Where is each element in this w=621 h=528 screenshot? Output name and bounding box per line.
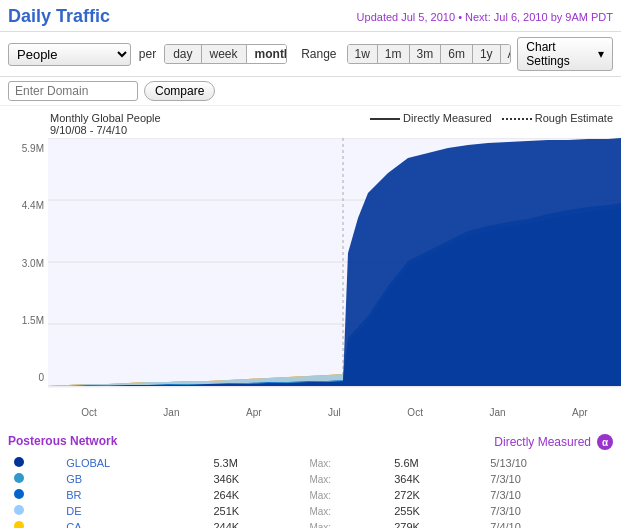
range-label: Range <box>301 47 336 61</box>
chart-legend: Directly Measured Rough Estimate <box>370 112 613 124</box>
chart-wrapper: 5.9M 4.4M 3.0M 1.5M 0 <box>0 138 621 428</box>
table-row: GB 346K Max: 364K 7/3/10 <box>10 472 611 486</box>
legend-table: Posterous Network Directly Measured α GL… <box>0 428 621 528</box>
chart-title: Monthly Global People 9/10/08 - 7/4/10 <box>50 112 161 136</box>
page-header: Daily Traffic Updated Jul 5, 2010 • Next… <box>0 0 621 32</box>
period-week-button[interactable]: week <box>202 45 247 63</box>
row-max-val: 255K <box>390 504 484 518</box>
legend-header: Posterous Network Directly Measured α <box>8 434 613 450</box>
y-label-4: 4.4M <box>22 200 44 211</box>
row-max-label: Max: <box>305 504 388 518</box>
y-label-1: 0 <box>38 372 44 383</box>
row-max-val: 364K <box>390 472 484 486</box>
row-date: 7/3/10 <box>486 488 611 502</box>
row-max-label: Max: <box>305 520 388 528</box>
y-label-3: 3.0M <box>22 258 44 269</box>
row-dot <box>10 456 60 470</box>
row-value: 244K <box>209 520 303 528</box>
range-3m-button[interactable]: 3m <box>410 45 442 63</box>
legend-solid-line: Directly Measured <box>370 112 492 124</box>
x-label-oct09: Oct <box>407 407 423 418</box>
table-row: BR 264K Max: 272K 7/3/10 <box>10 488 611 502</box>
chart-title-line2: 9/10/08 - 7/4/10 <box>50 124 161 136</box>
row-max-val: 279K <box>390 520 484 528</box>
row-max-val: 272K <box>390 488 484 502</box>
x-axis: Oct Jan Apr Jul Oct Jan Apr <box>48 407 621 418</box>
y-label-2: 1.5M <box>22 315 44 326</box>
chart-area: Monthly Global People 9/10/08 - 7/4/10 D… <box>0 106 621 428</box>
row-date: 7/3/10 <box>486 472 611 486</box>
table-row: DE 251K Max: 255K 7/3/10 <box>10 504 611 518</box>
metric-select[interactable]: People Pageviews Visits <box>8 43 131 66</box>
row-dot <box>10 520 60 528</box>
chart-settings-button[interactable]: Chart Settings ▾ <box>517 37 613 71</box>
alpha-badge: α <box>597 434 613 450</box>
directly-measured-section: Directly Measured α <box>494 434 613 450</box>
domain-input[interactable] <box>8 81 138 101</box>
row-value: 251K <box>209 504 303 518</box>
row-max-label: Max: <box>305 472 388 486</box>
period-day-button[interactable]: day <box>165 45 201 63</box>
page-title: Daily Traffic <box>8 6 110 27</box>
update-text: Updated Jul 5, 2010 • Next: Jul 6, 2010 … <box>357 11 613 23</box>
x-label-apr10: Apr <box>572 407 588 418</box>
row-date: 5/13/10 <box>486 456 611 470</box>
range-buttons: 1w 1m 3m 6m 1y All <box>347 44 512 64</box>
row-date: 7/4/10 <box>486 520 611 528</box>
range-all-button[interactable]: All <box>501 45 512 63</box>
legend-dotted-line: Rough Estimate <box>502 112 613 124</box>
directly-measured-label: Directly Measured <box>494 435 591 449</box>
x-label-jan09: Jan <box>163 407 179 418</box>
row-max-label: Max: <box>305 488 388 502</box>
y-axis: 5.9M 4.4M 3.0M 1.5M 0 <box>0 138 48 398</box>
row-value: 346K <box>209 472 303 486</box>
row-value: 264K <box>209 488 303 502</box>
table-row: CA 244K Max: 279K 7/4/10 <box>10 520 611 528</box>
row-value: 5.3M <box>209 456 303 470</box>
chart-header: Monthly Global People 9/10/08 - 7/4/10 D… <box>0 106 621 138</box>
controls-bar: People Pageviews Visits per day week mon… <box>0 32 621 77</box>
row-dot <box>10 504 60 518</box>
range-1w-button[interactable]: 1w <box>348 45 378 63</box>
chart-svg <box>48 138 621 408</box>
x-label-jan10: Jan <box>489 407 505 418</box>
chevron-down-icon: ▾ <box>598 47 604 61</box>
domain-row: Compare <box>0 77 621 106</box>
period-buttons: day week month <box>164 44 287 64</box>
y-label-5: 5.9M <box>22 143 44 154</box>
per-label: per <box>139 47 156 61</box>
row-date: 7/3/10 <box>486 504 611 518</box>
x-label-oct08: Oct <box>81 407 97 418</box>
range-6m-button[interactable]: 6m <box>441 45 473 63</box>
range-1m-button[interactable]: 1m <box>378 45 410 63</box>
row-country: GLOBAL <box>62 456 207 470</box>
row-country: GB <box>62 472 207 486</box>
data-table: GLOBAL 5.3M Max: 5.6M 5/13/10 GB 346K Ma… <box>8 454 613 528</box>
x-label-apr09: Apr <box>246 407 262 418</box>
row-max-label: Max: <box>305 456 388 470</box>
compare-button[interactable]: Compare <box>144 81 215 101</box>
row-max-val: 5.6M <box>390 456 484 470</box>
table-body: GLOBAL 5.3M Max: 5.6M 5/13/10 GB 346K Ma… <box>10 456 611 528</box>
chart-settings-label: Chart Settings <box>526 40 594 68</box>
row-country: BR <box>62 488 207 502</box>
period-month-button[interactable]: month <box>247 45 288 63</box>
row-country: DE <box>62 504 207 518</box>
range-1y-button[interactable]: 1y <box>473 45 501 63</box>
table-row: GLOBAL 5.3M Max: 5.6M 5/13/10 <box>10 456 611 470</box>
x-label-jul09: Jul <box>328 407 341 418</box>
row-dot <box>10 472 60 486</box>
posterous-network-label: Posterous Network <box>8 434 117 450</box>
row-country: CA <box>62 520 207 528</box>
row-dot <box>10 488 60 502</box>
chart-title-line1: Monthly Global People <box>50 112 161 124</box>
